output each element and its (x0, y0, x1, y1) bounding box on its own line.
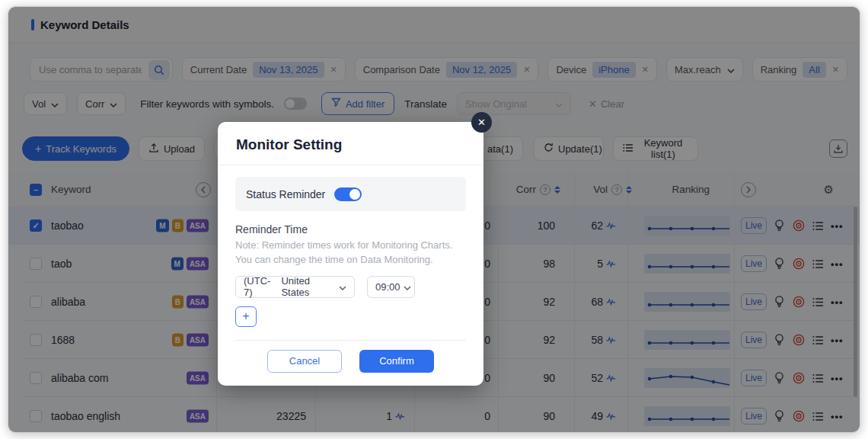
add-reminder-time-button[interactable]: + (235, 306, 257, 327)
timezone-select[interactable]: (UTC-7) United States (235, 276, 355, 298)
time-value: 09:00 (375, 281, 400, 293)
confirm-button[interactable]: Confirm (359, 350, 434, 373)
status-reminder-toggle[interactable] (334, 187, 362, 201)
status-reminder-row: Status Reminder (235, 177, 466, 211)
time-select[interactable]: 09:00 (367, 276, 415, 298)
reminder-time-note: Note: Reminder times work for Monitoring… (235, 239, 466, 268)
chevron-down-icon (339, 281, 346, 293)
close-icon[interactable]: ✕ (471, 112, 492, 133)
reminder-time-label: Reminder Time (235, 223, 466, 236)
monitor-setting-modal: ✕ Monitor Setting Status Reminder Remind… (218, 122, 483, 386)
cancel-button[interactable]: Cancel (267, 350, 342, 373)
timezone-value: United States (281, 275, 331, 298)
chevron-down-icon (404, 281, 411, 293)
timezone-offset: (UTC-7) (244, 275, 273, 298)
modal-title: Monitor Setting (218, 122, 483, 153)
app-window: Keyword Details Current Date Nov 13, 202… (8, 6, 860, 433)
status-reminder-label: Status Reminder (246, 188, 325, 200)
